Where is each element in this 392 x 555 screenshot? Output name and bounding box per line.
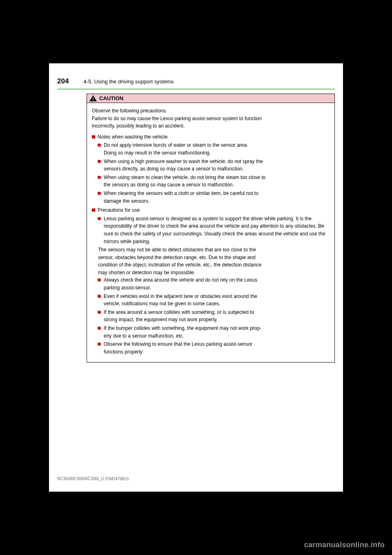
page-content: ! CAUTION Observe the following precauti… [49,94,343,363]
bullet-text: Lexus parking assist-sensor is designed … [104,215,330,245]
bullet-icon [98,160,101,163]
bullet-icon [98,342,101,346]
bullet-list: Lexus parking assist-sensor is designed … [92,215,330,245]
bullet-icon [98,278,101,282]
section-washing: Notes when washing the vehicle Do not ap… [92,133,330,205]
list-item: Lexus parking assist-sensor is designed … [98,215,330,245]
section-title: Precautions for use [98,206,140,214]
caution-intro: Observe the following precautions. Failu… [92,107,330,130]
bullet-list: Do not apply intensive bursts of water o… [92,141,330,205]
caution-header: ! CAUTION [87,94,334,103]
manual-page: 204 4-5. Using the driving support syste… [49,63,343,492]
list-item: When using steam to clean the vehicle, d… [98,174,330,189]
list-item: When cleaning the sensors with a cloth o… [98,190,330,205]
bullet-text: Even if vehicles exist in the adjacent l… [104,293,330,308]
section-marker-icon [92,135,95,139]
bullet-text: If the bumper collides with something, t… [104,324,330,340]
header-divider [57,89,335,90]
list-item: Always check the area around the vehicle… [98,276,330,291]
list-item: Observe the following to ensure that the… [98,340,330,356]
bullet-icon [98,311,101,314]
bullet-icon [98,192,101,195]
page-header: 204 4-5. Using the driving support syste… [49,63,343,89]
section-marker-icon [92,208,95,212]
bullet-icon [98,327,101,330]
watermark: carmanualsonline.info [304,541,385,549]
bullet-icon [98,217,101,220]
section-title: Notes when washing the vehicle [98,133,167,141]
bullet-icon [98,295,101,298]
section-head: Notes when washing the vehicle [92,133,330,141]
bullet-icon [98,143,101,147]
footer-code: RC350/RC300/RC200t_U (OM24706U) [57,477,129,481]
bullet-text: When using steam to clean the vehicle, d… [104,174,330,189]
svg-text:!: ! [92,96,94,101]
section-head: Precautions for use [92,206,330,214]
bullet-text: If the area around a sensor collides wit… [104,309,330,324]
bullet-list: Always check the area around the vehicle… [92,276,330,356]
bullet-text: Do not apply intensive bursts of water o… [104,141,330,157]
bullet-text: When cleaning the sensors with a cloth o… [104,190,330,205]
caution-body: Observe the following precautions. Failu… [87,103,334,362]
sub-paragraph: The sensors may not be able to detect ob… [92,246,330,276]
bullet-text: When using a high pressure washer to was… [104,158,330,173]
page-number: 204 [57,77,69,85]
warning-triangle-icon: ! [89,95,97,101]
section-precautions: Precautions for use Lexus parking assist… [92,206,330,356]
bullet-text: Observe the following to ensure that the… [104,340,330,356]
bullet-icon [98,176,101,179]
list-item: Do not apply intensive bursts of water o… [98,141,330,157]
caution-label: CAUTION [99,95,123,101]
list-item: Even if vehicles exist in the adjacent l… [98,293,330,308]
list-item: If the bumper collides with something, t… [98,324,330,340]
bullet-text: Always check the area around the vehicle… [104,276,330,291]
caution-box: ! CAUTION Observe the following precauti… [87,94,335,363]
list-item: When using a high pressure washer to was… [98,158,330,173]
breadcrumb: 4-5. Using the driving support systems [83,78,174,85]
list-item: If the area around a sensor collides wit… [98,309,330,324]
